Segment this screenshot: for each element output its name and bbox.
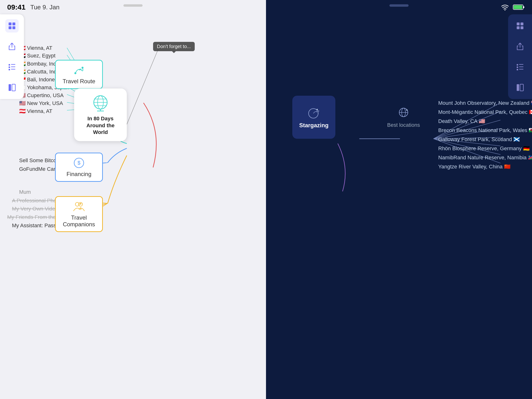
svg-point-69: [318, 111, 319, 111]
share-button-right[interactable]: [513, 40, 527, 53]
list-view-button[interactable]: [5, 60, 19, 74]
toolbar-left: [0, 14, 24, 99]
svg-rect-10: [9, 84, 11, 91]
left-panel: 09:41 Tue 9. Jan: [0, 0, 266, 399]
svg-rect-48: [517, 26, 519, 29]
svg-point-42: [80, 203, 81, 204]
svg-rect-45: [513, 5, 522, 9]
svg-point-37: [74, 72, 76, 74]
leaf-mum: Mum: [19, 189, 31, 195]
svg-rect-50: [517, 64, 518, 66]
status-bar-left: 09:41 Tue 9. Jan: [0, 0, 266, 14]
leaf-yangtze: Yangtze River Valley, China 🇨🇳: [438, 164, 510, 170]
svg-point-74: [406, 109, 408, 111]
center-node-title: In 80 DaysAround theWorld: [83, 115, 118, 136]
svg-rect-9: [11, 69, 15, 70]
svg-rect-51: [519, 64, 523, 65]
svg-rect-4: [9, 64, 10, 66]
leaf-bombay: 🇮🇳 Bombay, India: [19, 61, 60, 67]
leaf-calcutta: 🇮🇳 Calcutta, India: [19, 69, 61, 75]
wifi-icon: [501, 4, 509, 11]
svg-rect-5: [11, 64, 15, 65]
status-bar-right: [266, 0, 532, 14]
svg-point-68: [317, 109, 318, 110]
companions-label: Travel Companions: [61, 214, 97, 228]
svg-rect-11: [12, 84, 15, 91]
status-date: Tue 9. Jan: [30, 4, 60, 11]
svg-point-36: [82, 67, 83, 69]
leaf-brecon-beacons: Brecon Beacons National Park, Wales 🏴󠁧󠁢󠁷…: [438, 127, 532, 133]
svg-rect-47: [520, 22, 523, 25]
status-time: 09:41: [7, 3, 25, 11]
svg-rect-0: [9, 22, 12, 25]
svg-rect-53: [519, 66, 523, 67]
leaf-galloway: Galloway Forest Park, Scotland 🏴󠁧󠁢󠁳󠁣󠁴󠁿: [438, 136, 520, 143]
svg-rect-7: [11, 66, 15, 67]
panel-view-button[interactable]: [5, 81, 19, 94]
leaf-mont-megantic: Mont-Mégantic National Park, Quebec 🇨🇦: [438, 109, 532, 115]
toolbar-right: [508, 14, 532, 99]
svg-point-70: [318, 113, 319, 113]
svg-point-43: [505, 10, 506, 11]
mindmap-lines-right: [266, 0, 532, 399]
travel-route-label: Travel Route: [63, 78, 95, 85]
battery-icon: [513, 4, 525, 10]
tooltip: Don't forget to...: [153, 42, 195, 51]
svg-rect-46: [517, 22, 519, 25]
financing-label: Financing: [66, 171, 91, 177]
svg-rect-49: [520, 26, 523, 29]
leaf-mount-john: Mount John Observatory, New Zealand 🇳🇿: [438, 100, 532, 106]
svg-rect-56: [517, 84, 519, 91]
leaf-suez: 🇪🇬 Suez, Egypt: [19, 53, 56, 59]
grid-view-button[interactable]: [5, 19, 19, 32]
list-view-button-right[interactable]: [513, 60, 527, 74]
leaf-death-valley: Death Valley, CA 🇺🇸: [438, 118, 485, 124]
svg-rect-54: [517, 69, 518, 70]
svg-line-28: [127, 44, 160, 124]
grid-view-button-right[interactable]: [513, 19, 527, 32]
center-node[interactable]: In 80 DaysAround theWorld: [74, 89, 127, 141]
stargazing-node[interactable]: Stargazing: [292, 96, 335, 139]
travel-route-node[interactable]: Travel Route: [55, 60, 103, 89]
svg-rect-57: [520, 84, 523, 91]
svg-rect-52: [517, 66, 518, 68]
best-locations-node[interactable]: Best locations: [384, 106, 423, 128]
svg-rect-2: [9, 26, 12, 29]
svg-line-59: [433, 111, 500, 139]
right-panel: Stargazing Best locations Mount John Obs…: [266, 0, 532, 399]
share-button[interactable]: [5, 40, 19, 53]
status-icons: [501, 4, 525, 11]
leaf-cupertino: 🇺🇸 Cupertino, USA: [19, 92, 64, 99]
svg-rect-55: [519, 69, 523, 70]
svg-text:$: $: [77, 160, 80, 166]
companions-node[interactable]: Travel Companions: [55, 196, 103, 232]
svg-rect-6: [9, 66, 10, 68]
leaf-newyork: 🇺🇸 New York, USA: [19, 100, 63, 107]
financing-node[interactable]: $ Financing: [55, 153, 103, 182]
leaf-vienna-2: 🇦🇹 Vienna, AT: [19, 108, 52, 114]
leaf-rhon: Rhön Biosphere Reserve, Germany 🇩🇪: [438, 146, 530, 152]
stargazing-label: Stargazing: [299, 122, 329, 129]
svg-rect-3: [13, 26, 15, 29]
svg-rect-1: [13, 22, 15, 25]
best-locations-label: Best locations: [387, 122, 420, 128]
leaf-namibrand: NamibRand Nature Reserve, Namibia 🇳🇦: [438, 155, 532, 161]
panel-view-button-right[interactable]: [513, 81, 527, 94]
leaf-vienna-1: 🇦🇹 Vienna, AT: [19, 45, 52, 51]
svg-point-67: [316, 111, 317, 112]
svg-rect-8: [9, 69, 10, 70]
